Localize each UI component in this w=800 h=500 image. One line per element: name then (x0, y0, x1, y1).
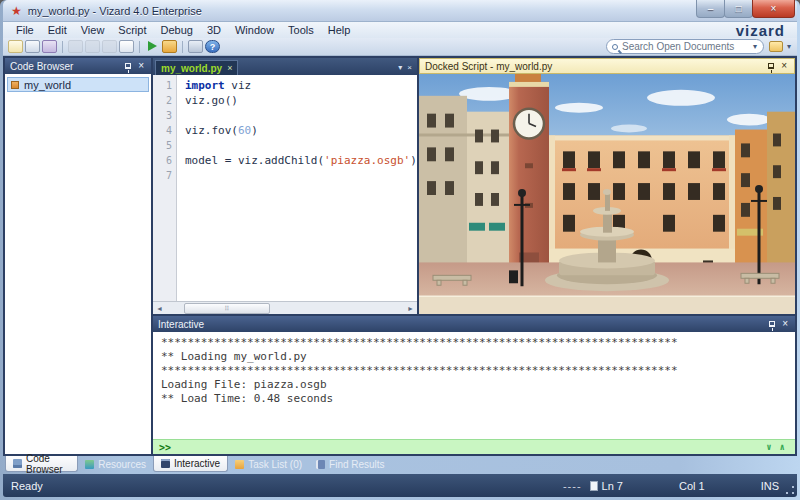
recent-documents-icon[interactable] (769, 41, 783, 52)
title-bar[interactable]: ★ my_world.py - Vizard 4.0 Enterprise – … (3, 0, 797, 22)
right-buildings (735, 112, 795, 287)
tree-item-label: my_world (24, 79, 71, 91)
menu-view[interactable]: View (74, 24, 112, 36)
code-browser-header[interactable]: Code Browser × (5, 58, 151, 74)
tree-item-my-world[interactable]: my_world (7, 77, 149, 92)
search-icon (612, 44, 618, 50)
pin-icon[interactable] (768, 63, 774, 69)
close-panel-icon[interactable]: × (780, 319, 790, 329)
close-panel-icon[interactable]: × (779, 61, 789, 71)
code-line: import viz (185, 78, 417, 93)
search-placeholder: Search Open Documents (622, 41, 751, 52)
code-segment: model = viz.addChild( (185, 154, 324, 167)
tab-label: Find Results (329, 459, 385, 470)
pin-icon[interactable] (125, 63, 131, 69)
minimize-button[interactable]: – (696, 0, 725, 18)
code-area[interactable]: 1234567 import vizviz.go()viz.fov(60)mod… (153, 75, 417, 301)
menu-debug[interactable]: Debug (153, 24, 199, 36)
cut-icon[interactable] (68, 40, 83, 53)
code-lines[interactable]: import vizviz.go()viz.fov(60)model = viz… (177, 75, 417, 301)
close-document-icon[interactable]: × (407, 63, 412, 72)
code-line (185, 108, 417, 123)
close-button[interactable]: × (752, 0, 795, 18)
task-list-0-tab-icon (235, 460, 244, 469)
collapse-up-icon[interactable]: ∧ (776, 442, 789, 452)
recent-documents-dropdown-icon[interactable]: ▾ (785, 42, 793, 51)
scroll-right-icon[interactable]: ► (404, 305, 417, 312)
bottom-tab-strip: Code BrowserResources InteractiveTask Li… (3, 456, 797, 474)
render-viewport[interactable] (419, 74, 795, 314)
save-icon[interactable] (25, 40, 40, 53)
console-line: ****************************************… (161, 364, 787, 378)
menu-script[interactable]: Script (111, 24, 153, 36)
line-number: 1 (153, 78, 172, 93)
menu-help[interactable]: Help (321, 24, 358, 36)
tab-interactive[interactable]: Interactive (153, 456, 228, 472)
maximize-button[interactable]: □ (724, 0, 753, 18)
find-results-tab-icon (316, 460, 325, 469)
tab-my-world-py[interactable]: my_world.py × (155, 60, 238, 75)
app-window: ★ my_world.py - Vizard 4.0 Enterprise – … (0, 0, 800, 500)
code-line: viz.go() (185, 93, 417, 108)
search-dropdown-icon[interactable]: ▾ (751, 42, 759, 51)
scrollbar-thumb[interactable] (184, 303, 270, 314)
line-number-gutter: 1234567 (153, 75, 177, 301)
collapse-down-icon[interactable]: ∨ (762, 442, 775, 452)
resize-grip[interactable] (785, 485, 794, 494)
tab-code-browser[interactable]: Code Browser (5, 456, 78, 472)
undo-icon[interactable] (85, 40, 100, 53)
console-line: Loading File: piazza.osgb (161, 378, 787, 392)
new-file-icon[interactable] (8, 40, 23, 53)
console-output[interactable]: ****************************************… (153, 332, 795, 439)
tab-task-list-0[interactable]: Task List (0) (228, 456, 309, 472)
code-line (185, 168, 417, 183)
menu-window[interactable]: Window (228, 24, 281, 36)
new-document-icon[interactable] (119, 40, 134, 53)
close-tab-icon[interactable]: × (227, 63, 232, 73)
search-input[interactable]: Search Open Documents ▾ (606, 39, 764, 54)
run-script-icon[interactable] (145, 40, 160, 53)
docked-script-header[interactable]: Docked Script - my_world.py × (419, 58, 795, 74)
scroll-left-icon[interactable]: ◄ (153, 305, 166, 312)
code-segment: import (185, 79, 231, 92)
pin-icon[interactable] (769, 321, 775, 327)
console-prompt-line[interactable]: >> ∨ ∧ (153, 439, 795, 454)
foreground-pavement (419, 296, 795, 314)
interactive-title: Interactive (158, 319, 764, 330)
code-segment: ) (410, 154, 417, 167)
save-all-icon[interactable] (42, 40, 57, 53)
menu-edit[interactable]: Edit (41, 24, 74, 36)
code-line: model = viz.addChild('piazza.osgb') (185, 153, 417, 168)
close-panel-icon[interactable]: × (136, 61, 146, 71)
code-line: viz.fov(60) (185, 123, 417, 138)
tab-resources[interactable]: Resources (78, 456, 153, 472)
menu-3d[interactable]: 3D (200, 24, 228, 36)
code-line (185, 138, 417, 153)
status-dashes: ---- (563, 480, 582, 492)
stop-script-icon[interactable] (162, 40, 177, 53)
status-bar: Ready ---- Ln 7 Col 1 INS (3, 474, 797, 497)
clock-tower (509, 74, 549, 288)
toolbar-separator (62, 41, 63, 53)
tab-label: Resources (98, 459, 146, 470)
menu-tools[interactable]: Tools (281, 24, 321, 36)
piazza-scene (419, 74, 795, 314)
settings-icon[interactable] (188, 40, 203, 53)
code-segment: ) (251, 124, 258, 137)
menu-file[interactable]: File (9, 24, 41, 36)
code-segment: 'piazza.osgb' (324, 154, 410, 167)
code-segment: viz.go() (185, 94, 238, 107)
code-segment: viz (231, 79, 251, 92)
interactive-header[interactable]: Interactive × (153, 316, 795, 332)
window-title: my_world.py - Vizard 4.0 Enterprise (28, 5, 697, 17)
tab-find-results[interactable]: Find Results (309, 456, 392, 472)
status-column: Col 1 (679, 480, 705, 492)
help-icon[interactable] (205, 40, 220, 53)
status-ready: Ready (11, 480, 43, 492)
paste-icon[interactable] (102, 40, 117, 53)
vizard-logo: vizard (736, 23, 791, 38)
line-number: 6 (153, 153, 172, 168)
horizontal-scrollbar[interactable]: ◄ ► (153, 301, 417, 314)
toolbar-separator (139, 41, 140, 53)
tab-list-dropdown-icon[interactable]: ▾ (398, 63, 402, 72)
